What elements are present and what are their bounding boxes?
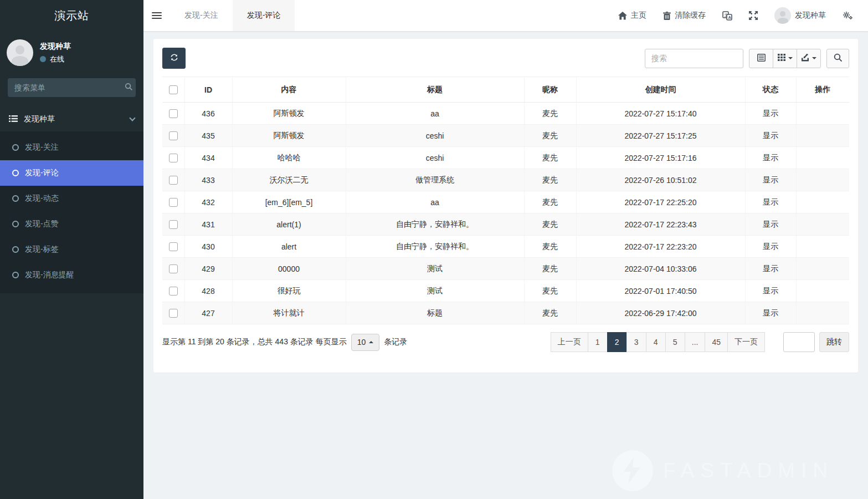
page-button[interactable]: 45 (705, 332, 728, 352)
row-checkbox[interactable] (169, 109, 178, 118)
summary-prefix: 显示第 11 到第 20 条记录，总共 443 条记录 每页显示 (162, 337, 347, 347)
page-button[interactable]: 1 (588, 332, 608, 352)
cell-status: 显示 (745, 258, 796, 280)
column-header-created[interactable]: 创建时间 (576, 77, 745, 103)
cell-content: 哈哈哈 (232, 147, 346, 169)
home-link[interactable]: 主页 (611, 0, 654, 31)
sidebar-item[interactable]: 发现-动态 (0, 186, 143, 211)
fullscreen-button[interactable] (742, 0, 765, 31)
cell-status: 显示 (745, 213, 796, 236)
sidebar-group-label: 发现种草 (24, 114, 55, 124)
page-button[interactable]: 下一页 (727, 332, 765, 352)
navbar-user-name: 发现种草 (795, 11, 826, 21)
sidebar-item[interactable]: 发现-消息提醒 (0, 262, 143, 288)
home-icon (618, 12, 627, 20)
row-checkbox[interactable] (169, 242, 178, 251)
page-button[interactable]: 上一页 (551, 332, 588, 352)
cell-actions (796, 236, 849, 258)
sidebar-item[interactable]: 发现-点赞 (0, 211, 143, 237)
sidebar-item[interactable]: 发现-标签 (0, 237, 143, 262)
sidebar-search-input[interactable] (8, 78, 121, 97)
cell-created: 2022-07-26 10:51:02 (576, 169, 745, 191)
user-status: 在线 (40, 54, 71, 64)
column-header-id[interactable]: ID (184, 77, 232, 103)
jump-button[interactable]: 跳转 (819, 332, 849, 352)
cell-created: 2022-07-17 22:25:20 (576, 191, 745, 213)
row-checkbox[interactable] (169, 154, 178, 162)
fastadmin-logo-icon (612, 450, 653, 491)
table-row[interactable]: 427 将计就计 标题 麦先 2022-06-29 17:42:00 显示 (162, 302, 849, 324)
nav-tabs: 发现-关注 发现-评论 (170, 0, 295, 31)
page-size-dropdown[interactable]: 10 (351, 334, 380, 351)
page-button[interactable]: 3 (626, 332, 646, 352)
row-checkbox[interactable] (169, 176, 178, 185)
cell-content: [em_6][em_5] (232, 191, 346, 213)
toggle-view-button[interactable] (749, 49, 773, 68)
search-toggle-button[interactable] (826, 49, 849, 68)
column-header-title[interactable]: 标题 (346, 77, 524, 103)
nav-tab[interactable]: 发现-关注 (170, 0, 233, 31)
row-checkbox[interactable] (169, 220, 178, 229)
cell-nickname: 麦先 (524, 103, 576, 125)
table-search-input[interactable] (645, 49, 743, 68)
nav-tab[interactable]: 发现-评论 (233, 0, 295, 31)
table-row[interactable]: 436 阿斯顿发 aa 麦先 2022-07-27 15:17:40 显示 (162, 103, 849, 125)
cell-title: 自由宁静，安静祥和。 (346, 236, 524, 258)
table-row[interactable]: 431 alert(1) 自由宁静，安静祥和。 麦先 2022-07-17 22… (162, 213, 849, 236)
jump-page-input[interactable] (783, 332, 815, 352)
table-row[interactable]: 432 [em_6][em_5] aa 麦先 2022-07-17 22:25:… (162, 191, 849, 213)
row-checkbox[interactable] (169, 309, 178, 318)
sidebar-item[interactable]: 发现-关注 (0, 135, 143, 160)
row-checkbox[interactable] (169, 198, 178, 207)
main-area: 发现-关注 发现-评论 主页 清除缓存 (143, 0, 868, 499)
column-header-status[interactable]: 状态 (745, 77, 796, 103)
sidebar-item[interactable]: 发现-评论 (0, 160, 143, 186)
cell-id: 428 (184, 280, 232, 302)
sidebar-item-label: 发现-点赞 (25, 219, 59, 229)
column-header-content[interactable]: 内容 (232, 77, 346, 103)
cell-content: 沃尔沃二无 (232, 169, 346, 191)
user-avatar[interactable] (7, 39, 33, 66)
table-row[interactable]: 435 阿斯顿发 ceshi 麦先 2022-07-27 15:17:25 显示 (162, 125, 849, 147)
select-all-checkbox[interactable] (169, 85, 178, 94)
cell-id: 435 (184, 125, 232, 147)
cell-nickname: 麦先 (524, 213, 576, 236)
clear-cache-link[interactable]: 清除缓存 (656, 0, 713, 31)
language-switch-button[interactable]: 文A (715, 0, 739, 31)
table-row[interactable]: 434 哈哈哈 ceshi 麦先 2022-07-27 15:17:16 显示 (162, 147, 849, 169)
page-button[interactable]: 2 (607, 332, 627, 352)
user-menu[interactable]: 发现种草 (767, 0, 833, 31)
table-row[interactable]: 430 alert 自由宁静，安静祥和。 麦先 2022-07-17 22:23… (162, 236, 849, 258)
row-checkbox[interactable] (169, 287, 178, 296)
sidebar-submenu: 发现-关注 发现-评论 发现-动态 发现-点赞 发现-标签 (0, 131, 143, 293)
page-button[interactable]: 5 (665, 332, 685, 352)
column-header-nickname[interactable]: 昵称 (524, 77, 576, 103)
table-footer: 显示第 11 到第 20 条记录，总共 443 条记录 每页显示 10 条记录 … (162, 332, 849, 352)
refresh-button[interactable] (162, 48, 186, 69)
table-row[interactable]: 429 00000 测试 麦先 2022-07-04 10:33:06 显示 (162, 258, 849, 280)
row-checkbox[interactable] (169, 264, 178, 273)
caret-up-icon (369, 341, 373, 343)
sidebar-group-discover[interactable]: 发现种草 (0, 107, 143, 131)
trash-icon (663, 12, 671, 20)
table-row[interactable]: 433 沃尔沃二无 做管理系统 麦先 2022-07-26 10:51:02 显… (162, 169, 849, 191)
row-checkbox[interactable] (169, 131, 178, 140)
sidebar-toggle-button[interactable] (143, 0, 170, 31)
circle-o-icon (12, 195, 19, 202)
cell-id: 431 (184, 213, 232, 236)
cell-nickname: 麦先 (524, 147, 576, 169)
pagination-summary: 显示第 11 到第 20 条记录，总共 443 条记录 每页显示 10 条记录 (162, 334, 407, 351)
cell-id: 429 (184, 258, 232, 280)
page-button[interactable]: ... (685, 332, 706, 352)
sidebar: 演示站 发现种草 在线 发现种草 发现-关注 (0, 0, 143, 499)
sidebar-search-button[interactable] (121, 78, 136, 97)
settings-button[interactable] (835, 0, 860, 31)
columns-button[interactable] (773, 49, 797, 68)
export-button[interactable] (797, 49, 821, 68)
cell-status: 显示 (745, 169, 796, 191)
page-button[interactable]: 4 (646, 332, 666, 352)
watermark-text: FASTADMIN (663, 459, 834, 482)
cell-title: ceshi (346, 147, 524, 169)
online-status-icon (40, 56, 46, 62)
table-row[interactable]: 428 很好玩 测试 麦先 2022-07-01 17:40:50 显示 (162, 280, 849, 302)
